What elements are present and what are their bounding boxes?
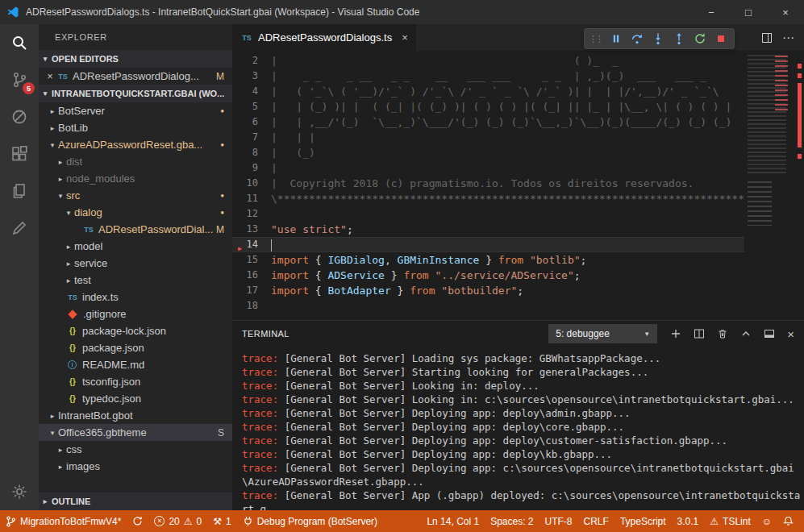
- code-token: ;: [517, 285, 523, 297]
- tree-item--gitignore[interactable]: .gitignore: [39, 305, 232, 322]
- code-line[interactable]: 13"use strict";: [232, 222, 744, 237]
- code-line-text: | | ,__/'(_) `\__,_)`\___/'(_) (_) (_)`\…: [271, 114, 744, 130]
- edit-icon[interactable]: [0, 210, 39, 247]
- debug-icon[interactable]: [0, 98, 39, 135]
- cursor-position-indicator[interactable]: Ln 14, Col 1: [421, 510, 485, 532]
- chevron-right-icon: ▸: [63, 260, 74, 268]
- line-number: 13: [232, 222, 271, 237]
- tree-item-index-ts[interactable]: TSindex.ts: [39, 289, 232, 305]
- code-line[interactable]: 4| ( '_`\ ( '__)/'_` ) /'_`\ /' _ ` _ `\…: [232, 84, 744, 99]
- terminal-line: trace: [General Bot Server] Deploying ap…: [242, 461, 801, 488]
- more-actions-icon[interactable]: ⋯: [782, 31, 794, 45]
- new-terminal-icon[interactable]: [670, 328, 681, 339]
- tree-item-botserver[interactable]: ▸BotServer●: [39, 102, 232, 119]
- notifications-bell-icon[interactable]: [777, 510, 799, 532]
- close-panel-icon[interactable]: ×: [787, 327, 794, 341]
- code-line[interactable]: 17import { BotAdapter } from "botbuilder…: [232, 283, 744, 298]
- tree-item-readme-md[interactable]: iREADME.md: [39, 356, 232, 373]
- code-line[interactable]: 18: [232, 298, 744, 314]
- tree-item-node-modules[interactable]: ▸node_modules: [39, 170, 232, 187]
- terminal-output[interactable]: trace: [General Bot Server] Loading sys …: [232, 347, 804, 510]
- debug-program-indicator[interactable]: Debug Program (BotServer): [237, 510, 383, 532]
- files-icon[interactable]: [0, 172, 39, 210]
- search-icon[interactable]: [0, 24, 39, 61]
- sync-button[interactable]: [127, 510, 148, 532]
- close-editor-icon[interactable]: ×: [44, 71, 56, 82]
- close-button[interactable]: ×: [767, 0, 804, 24]
- code-line[interactable]: 12: [232, 206, 744, 222]
- tslint-indicator[interactable]: ⚠ TSLint: [704, 510, 756, 532]
- code-line[interactable]: 10| Copyright 2018 (c) pragmatismo.io. T…: [232, 176, 744, 191]
- restart-button[interactable]: [690, 30, 709, 48]
- git-branch-indicator[interactable]: MigrationToBotFmwV4*: [0, 510, 127, 532]
- maximize-panel-icon[interactable]: [740, 328, 752, 339]
- code-line[interactable]: 11\*************************************…: [232, 191, 744, 206]
- feedback-smiley-icon[interactable]: ☺: [756, 510, 777, 532]
- code-token: | _ _ _ __ _ _ __ ___ ___ _ _ | ,_)(_) _…: [271, 70, 744, 82]
- tasks-indicator[interactable]: ⚒ 1: [207, 510, 236, 532]
- workspace-header[interactable]: ▾ INTRANETBOTQUICKSTART.GBAI (WO...: [39, 85, 232, 102]
- maximize-button[interactable]: □: [730, 0, 767, 24]
- tree-item-images[interactable]: ▸images: [39, 458, 232, 475]
- kill-terminal-icon[interactable]: [717, 328, 728, 339]
- split-editor-icon[interactable]: [761, 32, 773, 44]
- tree-item-test[interactable]: ▸test: [39, 272, 232, 289]
- tree-item-tsconfig-json[interactable]: {}tsconfig.json: [39, 373, 232, 390]
- code-line[interactable]: 5| | (_) )| | ( (_| |( (_) )| ( ) ( ) |(…: [232, 99, 744, 114]
- typescript-version-indicator[interactable]: 3.0.1: [672, 510, 705, 532]
- tree-item-botlib[interactable]: ▸BotLib: [39, 119, 232, 136]
- tab-close-icon[interactable]: ×: [402, 31, 408, 44]
- chevron-right-icon: ▸: [55, 446, 66, 454]
- tree-item-office365-gbtheme[interactable]: ▾Office365.gbthemeS: [39, 424, 232, 441]
- code-line[interactable]: 15import { IGBDialog, GBMinInstance } fr…: [232, 252, 744, 268]
- step-into-button[interactable]: [648, 30, 667, 48]
- step-over-button[interactable]: [627, 30, 646, 48]
- step-out-button[interactable]: [669, 30, 688, 48]
- tree-item-package-lock-json[interactable]: {}package-lock.json: [39, 322, 232, 339]
- tree-item-service[interactable]: ▸service: [39, 255, 232, 272]
- open-editors-header[interactable]: ▾ OPEN EDITORS: [39, 50, 232, 68]
- code-line[interactable]: 9| |: [232, 160, 744, 176]
- problems-indicator[interactable]: × 20 ⚠ 0: [148, 510, 207, 532]
- code-lines[interactable]: 2| ( )_ _ |3| _ _ _ __ _ _ __ ___ ___ _ …: [232, 51, 744, 320]
- minimize-button[interactable]: −: [693, 0, 730, 24]
- tree-item-typedoc-json[interactable]: {}typedoc.json: [39, 390, 232, 407]
- tree-item-intranetbot-gbot[interactable]: ▸IntranetBot.gbot: [39, 407, 232, 424]
- code-line-text: \***************************************…: [271, 191, 744, 206]
- code-line[interactable]: 16import { ADService } from "../service/…: [232, 268, 744, 283]
- tab-adresetpassworddialogs[interactable]: TS ADResetPasswordDialogs.ts ×: [232, 24, 416, 51]
- split-terminal-icon[interactable]: [694, 328, 705, 339]
- code-editor[interactable]: 2| ( )_ _ |3| _ _ _ __ _ _ __ ___ ___ _ …: [232, 51, 804, 320]
- indentation-indicator[interactable]: Spaces: 2: [485, 510, 539, 532]
- tree-item-adresetpassworddial-[interactable]: TSADResetPasswordDial...M: [39, 221, 232, 238]
- drag-handle-icon[interactable]: ⋮⋮: [589, 34, 602, 44]
- pause-button[interactable]: [606, 30, 625, 48]
- open-editor-item[interactable]: × TS ADResetPasswordDialog... M: [39, 68, 232, 85]
- code-line[interactable]: 6| | ,__/'(_) `\__,_)`\___/'(_) (_) (_)`…: [232, 114, 744, 130]
- source-control-icon[interactable]: 5: [0, 61, 39, 98]
- code-token: ;: [581, 254, 587, 266]
- tree-item-src[interactable]: ▾src●: [39, 187, 232, 204]
- tree-item-azureadpasswordreset-gba-[interactable]: ▾AzureADPasswordReset.gba...●: [39, 136, 232, 153]
- minimap[interactable]: [744, 51, 793, 320]
- terminal-tab[interactable]: TERMINAL: [242, 329, 290, 339]
- tree-item-dist[interactable]: ▸dist: [39, 153, 232, 170]
- eol-indicator[interactable]: CRLF: [578, 510, 614, 532]
- code-line[interactable]: 14: [232, 237, 744, 252]
- code-line[interactable]: 3| _ _ _ __ _ _ __ ___ ___ _ _ | ,_)(_) …: [232, 69, 744, 84]
- settings-gear-icon[interactable]: [0, 473, 39, 510]
- toggle-panel-icon[interactable]: [764, 328, 775, 339]
- encoding-indicator[interactable]: UTF-8: [539, 510, 578, 532]
- code-line[interactable]: 2| ( )_ _ |: [232, 53, 744, 69]
- terminal-selector[interactable]: 5: debuggee ▼: [548, 324, 657, 343]
- tree-item-package-json[interactable]: {}package.json: [39, 339, 232, 356]
- tree-item-model[interactable]: ▸model: [39, 238, 232, 255]
- extensions-icon[interactable]: [0, 135, 39, 172]
- code-line[interactable]: 8| (_) |: [232, 145, 744, 160]
- code-line[interactable]: 7| | | |: [232, 130, 744, 145]
- stop-button[interactable]: [711, 30, 730, 48]
- outline-header[interactable]: ▸ OUTLINE: [39, 493, 232, 510]
- language-indicator[interactable]: TypeScript: [614, 510, 672, 532]
- tree-item-css[interactable]: ▸css: [39, 441, 232, 458]
- tree-item-dialog[interactable]: ▾dialog●: [39, 204, 232, 221]
